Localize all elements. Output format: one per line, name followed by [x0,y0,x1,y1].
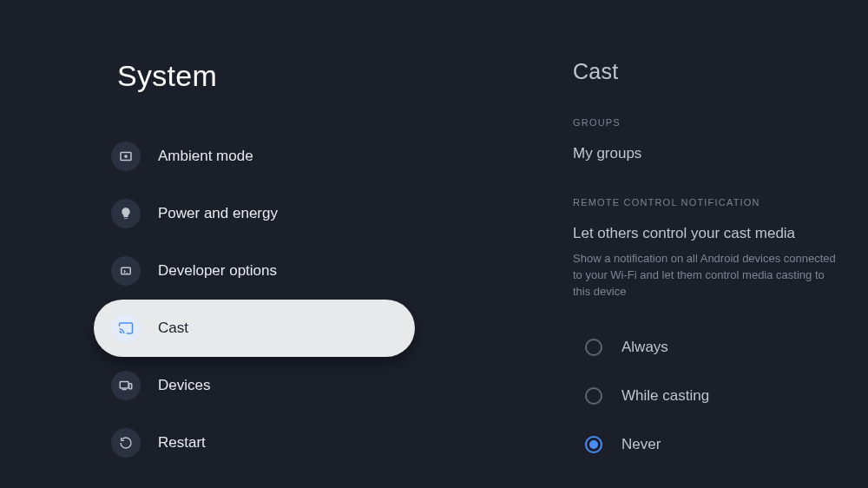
menu-item-devices[interactable]: Devices [94,357,434,414]
setting-title: Let others control your cast media [573,225,868,242]
svg-point-1 [124,155,128,158]
radio-label: Always [621,339,668,356]
menu-item-power-energy[interactable]: Power and energy [94,185,434,242]
ambient-mode-icon [111,142,141,171]
radio-button [585,387,602,405]
menu-label: Restart [158,434,206,452]
remote-notif-header: REMOTE CONTROL NOTIFICATION [573,197,868,208]
menu-label: Power and energy [158,205,278,222]
setting-description: Show a notification on all Android devic… [573,251,842,300]
menu-item-developer-options[interactable]: Developer options [94,242,434,300]
radio-always[interactable]: Always [573,323,868,372]
menu-label: Cast [158,320,188,337]
radio-button [585,436,602,453]
menu-item-restart[interactable]: Restart [94,414,434,472]
radio-button [585,339,602,356]
developer-icon [111,256,141,286]
radio-never[interactable]: Never [573,420,868,469]
menu-label: Devices [158,377,210,394]
cast-icon [111,313,141,343]
radio-while-casting[interactable]: While casting [573,372,868,420]
svg-rect-3 [120,382,128,389]
groups-header: GROUPS [573,117,868,128]
menu-label: Ambient mode [158,148,253,165]
devices-icon [111,371,141,400]
menu-item-ambient-mode[interactable]: Ambient mode [94,128,434,185]
menu-label: Developer options [158,262,277,280]
radio-label: While casting [621,387,709,405]
my-groups-item[interactable]: My groups [573,145,868,162]
page-title-cast: Cast [573,59,868,84]
svg-rect-2 [122,267,131,274]
svg-rect-4 [129,384,132,389]
bulb-icon [111,199,141,228]
menu-item-cast[interactable]: Cast [94,300,415,357]
page-title-system: System [117,59,434,93]
restart-icon [111,428,141,458]
radio-label: Never [621,436,661,453]
